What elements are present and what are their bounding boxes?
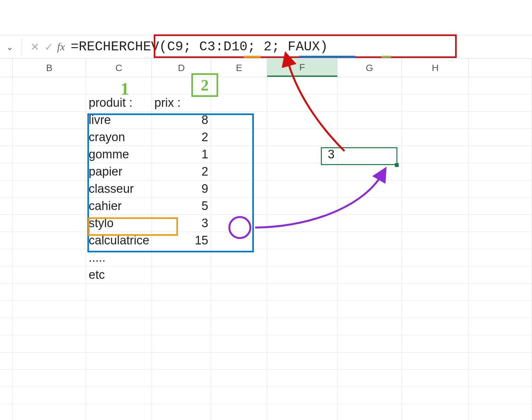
cell[interactable]: [402, 129, 469, 146]
col-header-D[interactable]: D: [152, 59, 211, 77]
cell[interactable]: [0, 318, 13, 335]
cell[interactable]: [337, 129, 402, 146]
cell[interactable]: [402, 318, 469, 335]
namebox-dropdown-icon[interactable]: ⌄: [3, 42, 16, 52]
cell-C2[interactable]: produit :: [86, 94, 152, 112]
cell[interactable]: [267, 215, 337, 232]
cell[interactable]: [0, 335, 13, 352]
cell[interactable]: [211, 249, 267, 266]
cell[interactable]: [0, 352, 13, 370]
cell[interactable]: [211, 370, 267, 387]
cell[interactable]: [402, 180, 469, 198]
cell[interactable]: [211, 335, 267, 352]
cell[interactable]: [402, 352, 469, 370]
cell[interactable]: [337, 180, 402, 198]
formula-input[interactable]: =RECHERCHEV(C9; C3:D10; 2; FAUX): [68, 38, 532, 56]
cell[interactable]: [402, 215, 469, 232]
cell[interactable]: [0, 370, 13, 387]
cell-C5[interactable]: gomme: [86, 146, 152, 163]
cell[interactable]: [86, 370, 152, 387]
cell[interactable]: [211, 266, 267, 284]
cell[interactable]: [152, 404, 211, 420]
cell[interactable]: [13, 370, 86, 387]
cell[interactable]: [337, 387, 402, 404]
cell-C9[interactable]: stylo: [86, 215, 152, 232]
cell[interactable]: [13, 249, 86, 266]
cell[interactable]: [152, 318, 211, 335]
cell[interactable]: [337, 112, 402, 129]
cell[interactable]: [337, 301, 402, 318]
cell-D10[interactable]: 15: [152, 232, 211, 249]
cell[interactable]: [469, 94, 532, 112]
cell[interactable]: [337, 198, 402, 215]
cell-D2[interactable]: prix :: [152, 94, 211, 112]
cell[interactable]: [211, 180, 267, 198]
cell[interactable]: [0, 232, 13, 249]
cell[interactable]: [469, 352, 532, 370]
cell[interactable]: [152, 352, 211, 370]
cell[interactable]: [402, 301, 469, 318]
cell[interactable]: [13, 404, 86, 420]
cell[interactable]: [337, 266, 402, 284]
cell[interactable]: [337, 232, 402, 249]
cell[interactable]: [13, 163, 86, 180]
cell[interactable]: [267, 180, 337, 198]
cell[interactable]: [267, 163, 337, 180]
cell[interactable]: [402, 387, 469, 404]
cell[interactable]: [13, 301, 86, 318]
cell[interactable]: [152, 266, 211, 284]
cell[interactable]: [402, 404, 469, 420]
cell[interactable]: [86, 335, 152, 352]
cell[interactable]: [13, 266, 86, 284]
cell[interactable]: [13, 387, 86, 404]
cell[interactable]: [0, 146, 13, 163]
col-header-E[interactable]: E: [211, 59, 267, 77]
cell[interactable]: [211, 129, 267, 146]
cell-C8[interactable]: cahier: [86, 198, 152, 215]
cell[interactable]: [267, 198, 337, 215]
cell[interactable]: [469, 180, 532, 198]
cell[interactable]: [211, 318, 267, 335]
cell[interactable]: [402, 370, 469, 387]
cell[interactable]: [469, 335, 532, 352]
cell[interactable]: [0, 404, 13, 420]
cell-D9[interactable]: 3: [152, 215, 211, 232]
cell[interactable]: [402, 284, 469, 301]
cell[interactable]: [469, 232, 532, 249]
cell[interactable]: [0, 215, 13, 232]
cell[interactable]: [211, 387, 267, 404]
cell[interactable]: [402, 232, 469, 249]
cell[interactable]: [469, 146, 532, 163]
cell-C11[interactable]: .....: [86, 249, 152, 266]
cell[interactable]: [211, 77, 267, 94]
cell[interactable]: [152, 77, 211, 94]
cancel-icon[interactable]: ✕: [28, 40, 42, 53]
cell[interactable]: [86, 301, 152, 318]
cell[interactable]: [267, 249, 337, 266]
cell[interactable]: [211, 404, 267, 420]
cell[interactable]: [211, 163, 267, 180]
cell[interactable]: [267, 301, 337, 318]
cell[interactable]: [0, 180, 13, 198]
col-header-B[interactable]: B: [13, 59, 86, 77]
cell[interactable]: [86, 77, 152, 94]
cell[interactable]: [337, 94, 402, 112]
cell[interactable]: [0, 163, 13, 180]
confirm-icon[interactable]: ✓: [42, 40, 56, 53]
cell[interactable]: [402, 249, 469, 266]
cell[interactable]: [0, 301, 13, 318]
col-header-H[interactable]: H: [402, 59, 469, 77]
cell[interactable]: [337, 284, 402, 301]
cell[interactable]: [13, 129, 86, 146]
cell[interactable]: [152, 249, 211, 266]
cell[interactable]: [152, 335, 211, 352]
cell[interactable]: [13, 318, 86, 335]
cell[interactable]: [337, 335, 402, 352]
cell[interactable]: [337, 370, 402, 387]
cell[interactable]: [267, 284, 337, 301]
cell[interactable]: [211, 284, 267, 301]
cell[interactable]: [267, 387, 337, 404]
cell[interactable]: [211, 94, 267, 112]
cell[interactable]: [469, 370, 532, 387]
cell[interactable]: [267, 335, 337, 352]
